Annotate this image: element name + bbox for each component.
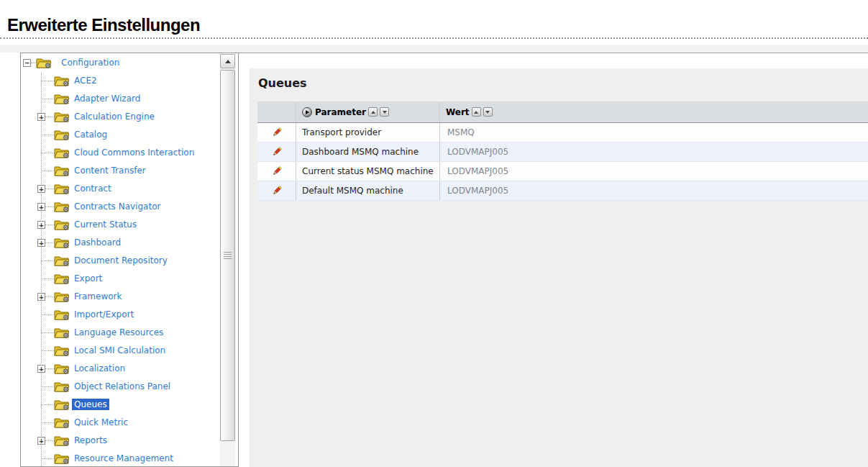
tree-connector xyxy=(41,153,55,153)
expand-plus-icon[interactable]: + xyxy=(37,437,45,445)
tree-item[interactable]: Adapter Wizard xyxy=(21,90,219,108)
tree-connector xyxy=(41,386,55,387)
tree-item-label[interactable]: Content Transfer xyxy=(72,165,148,176)
group-arrow-icon[interactable] xyxy=(302,107,312,117)
scrollbar-thumb[interactable] xyxy=(220,70,235,441)
table-row: Transport provider MSMQ xyxy=(257,123,868,142)
expand-plus-icon[interactable]: + xyxy=(37,239,45,247)
folder-gear-icon xyxy=(36,57,52,68)
table-body: Transport provider MSMQ Dashboard MSMQ m… xyxy=(257,123,868,201)
tree-item[interactable]: + Framework xyxy=(21,288,219,306)
tree-connector xyxy=(41,422,55,423)
value-column-header: Wert xyxy=(440,101,868,122)
tree-item[interactable]: + Contracts Navigator xyxy=(21,198,219,216)
tree-item-label[interactable]: Dashboard xyxy=(72,237,123,248)
tree-item[interactable]: Queues xyxy=(21,396,219,414)
sort-asc-icon xyxy=(474,109,478,114)
parameter-cell: Transport provider xyxy=(296,123,440,142)
expand-plus-icon[interactable]: + xyxy=(37,293,45,301)
tree-item[interactable]: + Contract xyxy=(21,180,219,198)
tree-item-label[interactable]: ACE2 xyxy=(72,75,99,86)
parameters-table: Parameter Wert Transport provider MSMQ xyxy=(257,101,868,201)
tree-item[interactable]: + Localization xyxy=(21,360,219,378)
tree-item[interactable]: Quick Metric xyxy=(21,414,219,432)
tree-item[interactable]: Document Repository xyxy=(21,252,219,270)
row-actions-cell xyxy=(257,123,296,142)
tree-connector xyxy=(41,135,55,135)
folder-gear-icon xyxy=(54,237,70,248)
folder-gear-icon xyxy=(54,147,70,158)
tree-item[interactable]: + Dashboard xyxy=(21,234,219,252)
tree-item[interactable]: Content Transfer xyxy=(21,162,219,180)
tree-item[interactable]: + Current Status xyxy=(21,216,219,234)
sort-desc-button[interactable] xyxy=(380,107,389,117)
tree-item[interactable]: Catalog xyxy=(21,126,219,144)
tree-item[interactable]: + Reports xyxy=(21,432,219,450)
expand-plus-icon[interactable]: + xyxy=(37,365,45,373)
tree-item[interactable]: Resource Management xyxy=(21,450,219,466)
tree-item-label[interactable]: Export xyxy=(72,273,104,284)
tree-item-label[interactable]: Contract xyxy=(72,183,114,194)
tree-scrollbar[interactable] xyxy=(220,54,235,466)
folder-gear-icon xyxy=(54,201,70,212)
page-title: Erweiterte Einstellungen xyxy=(0,12,868,39)
tree-item-label[interactable]: Queues xyxy=(72,399,109,410)
tree-item-label[interactable]: Current Status xyxy=(72,219,139,230)
edit-row-button[interactable] xyxy=(271,185,283,196)
tree-item[interactable]: Export xyxy=(21,270,219,288)
edit-pencil-icon xyxy=(271,166,283,177)
tree-item-label[interactable]: Import/Export xyxy=(72,309,136,320)
table-row: Current status MSMQ machine LODVMAPJ005 xyxy=(257,162,868,181)
tree-item[interactable]: Import/Export xyxy=(21,306,219,324)
folder-gear-icon xyxy=(54,417,70,428)
expand-plus-icon[interactable]: + xyxy=(37,221,45,229)
tree-item-label[interactable]: Document Repository xyxy=(72,255,170,266)
edit-pencil-icon xyxy=(271,146,283,158)
tree-item[interactable]: Object Relations Panel xyxy=(21,378,219,396)
tree-item-label[interactable]: Framework xyxy=(72,291,124,302)
tree-item-label[interactable]: Localization xyxy=(72,363,127,374)
tree-item[interactable]: Local SMI Calculation xyxy=(21,342,219,360)
tree-item-label[interactable]: Quick Metric xyxy=(72,417,130,428)
tree-item-label[interactable]: Contracts Navigator xyxy=(72,201,163,212)
configuration-tree-panel: − Configuration ACE2 xyxy=(20,53,239,467)
tree-item-label[interactable]: Catalog xyxy=(72,129,109,140)
edit-row-button[interactable] xyxy=(271,127,283,138)
tree-connector xyxy=(41,260,55,261)
edit-row-button[interactable] xyxy=(271,166,283,177)
expand-plus-icon[interactable]: + xyxy=(37,185,45,193)
tree-item[interactable]: + Calculation Engine xyxy=(21,108,219,126)
tree-item-label[interactable]: Adapter Wizard xyxy=(72,93,142,104)
expand-plus-icon[interactable]: + xyxy=(37,203,45,211)
sort-asc-button[interactable] xyxy=(368,107,378,117)
tree-item-label[interactable]: Calculation Engine xyxy=(72,111,157,122)
edit-row-button[interactable] xyxy=(271,146,283,158)
folder-gear-icon xyxy=(54,363,70,374)
tree-item-label[interactable]: Resource Management xyxy=(72,453,175,464)
sort-asc-icon xyxy=(371,109,375,114)
expand-plus-icon[interactable]: + xyxy=(37,113,45,121)
tree-item-label[interactable]: Cloud Commons Interaction xyxy=(72,147,196,158)
tree-item[interactable]: Language Resources xyxy=(21,324,219,342)
tree-item[interactable]: Cloud Commons Interaction xyxy=(21,144,219,162)
tree-connector xyxy=(41,314,55,315)
collapse-minus-icon[interactable]: − xyxy=(23,59,31,67)
tree-item-label[interactable]: Local SMI Calculation xyxy=(72,345,168,356)
tree-item-label[interactable]: Reports xyxy=(72,435,109,446)
table-row: Dashboard MSMQ machine LODVMAPJ005 xyxy=(257,142,868,162)
row-actions-cell xyxy=(257,181,296,200)
tree-item[interactable]: ACE2 xyxy=(21,72,219,90)
scroll-up-button[interactable] xyxy=(220,54,235,68)
tree-item-configuration-root[interactable]: − Configuration xyxy=(21,54,219,72)
tree-item-label[interactable]: Configuration xyxy=(59,57,122,68)
sort-asc-button[interactable] xyxy=(472,107,481,117)
edit-pencil-icon xyxy=(271,185,283,196)
tree-item-label[interactable]: Language Resources xyxy=(72,327,165,338)
folder-gear-icon xyxy=(54,93,70,104)
folder-gear-icon xyxy=(54,129,70,140)
sort-desc-icon xyxy=(485,111,490,116)
column-label: Parameter xyxy=(315,107,366,117)
sort-desc-button[interactable] xyxy=(483,107,493,117)
tree-item-label[interactable]: Object Relations Panel xyxy=(72,381,173,392)
folder-gear-icon xyxy=(54,399,70,410)
